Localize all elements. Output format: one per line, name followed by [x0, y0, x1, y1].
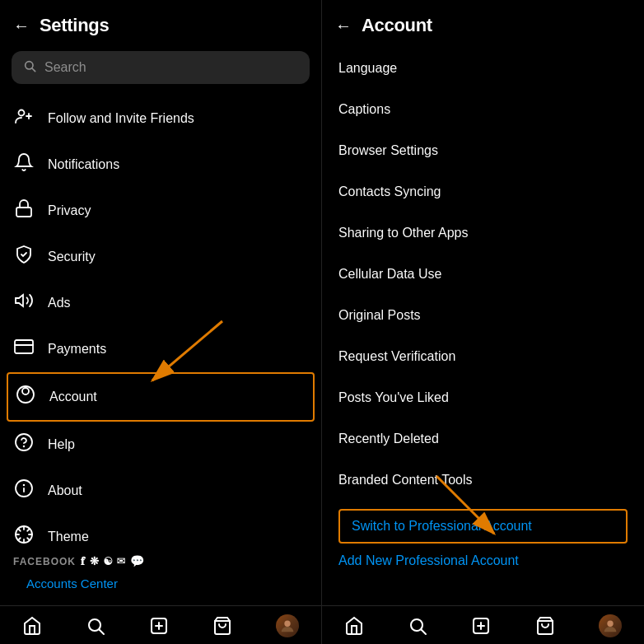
account-item-recently-deleted[interactable]: Recently Deleted: [322, 418, 644, 460]
lock-icon: [13, 198, 35, 223]
account-label-branded-content: Branded Content Tools: [338, 473, 472, 488]
menu-item-ads[interactable]: Ads: [0, 280, 321, 326]
switch-professional-button[interactable]: Switch to Professional Account: [338, 509, 628, 544]
account-item-language[interactable]: Language: [322, 48, 644, 89]
menu-label-notifications: Notifications: [48, 157, 119, 172]
svg-point-30: [608, 621, 614, 627]
menu-label-help: Help: [48, 437, 75, 452]
menu-item-privacy[interactable]: Privacy: [0, 188, 321, 234]
account-item-captions[interactable]: Captions: [322, 89, 644, 130]
svg-point-11: [16, 434, 32, 450]
back-arrow-left[interactable]: ←: [13, 16, 30, 35]
account-item-contacts[interactable]: Contacts Syncing: [322, 171, 644, 212]
menu-label-account: Account: [49, 390, 97, 404]
left-header: ← Settings: [0, 0, 321, 44]
svg-point-9: [22, 388, 29, 394]
menu-item-about[interactable]: About: [0, 468, 321, 514]
svg-line-18: [99, 630, 104, 635]
facebook-section-title: FACEBOOK 𝐟 ❋ ☯ ✉ 💬: [13, 554, 308, 568]
card-icon: [13, 337, 35, 362]
account-label-language: Language: [338, 61, 397, 76]
menu-label-follow: Follow and Invite Friends: [48, 111, 194, 126]
account-item-request-verification[interactable]: Request Verification: [322, 336, 644, 377]
menu-label-ads: Ads: [48, 296, 71, 310]
menu-label-theme: Theme: [48, 530, 89, 544]
account-item-cellular[interactable]: Cellular Data Use: [322, 254, 644, 295]
menu-label-payments: Payments: [48, 342, 106, 357]
nav-home-left[interactable]: [22, 616, 42, 636]
add-professional-link[interactable]: Add New Professional Account: [338, 544, 628, 573]
svg-point-23: [285, 621, 291, 627]
account-item-original-posts[interactable]: Original Posts: [322, 295, 644, 336]
menu-item-account[interactable]: Account: [7, 372, 315, 422]
svg-point-2: [19, 110, 25, 116]
shield-icon: [13, 245, 35, 269]
menu-item-payments[interactable]: Payments: [0, 326, 321, 372]
theme-icon: [13, 525, 35, 544]
account-menu-list: Language Captions Browser Settings Conta…: [322, 44, 644, 605]
menu-item-theme[interactable]: Theme: [0, 514, 321, 544]
account-title: Account: [362, 15, 432, 36]
back-arrow-right[interactable]: ←: [335, 16, 352, 35]
settings-menu-list: Follow and Invite Friends Notifications: [0, 92, 321, 544]
svg-rect-5: [16, 208, 31, 217]
svg-line-1: [32, 68, 35, 72]
account-label-sharing: Sharing to Other Apps: [338, 226, 468, 240]
ads-icon: [13, 291, 35, 315]
search-bar[interactable]: Search: [12, 51, 310, 84]
svg-line-25: [422, 630, 427, 635]
account-item-browser[interactable]: Browser Settings: [322, 130, 644, 171]
right-header: ← Account: [322, 0, 644, 44]
menu-item-notifications[interactable]: Notifications: [0, 142, 321, 188]
accounts-center-link[interactable]: Accounts Center: [13, 573, 308, 599]
account-label-contacts: Contacts Syncing: [338, 184, 441, 199]
nav-avatar-right[interactable]: [599, 614, 622, 637]
account-label-recently-deleted: Recently Deleted: [338, 432, 439, 446]
info-icon: [13, 478, 35, 503]
settings-title: Settings: [40, 15, 109, 36]
nav-home-right[interactable]: [344, 616, 364, 636]
account-label-original-posts: Original Posts: [338, 308, 421, 323]
account-label-posts-liked: Posts You've Liked: [338, 390, 449, 405]
nav-add-right[interactable]: [471, 616, 491, 636]
account-label-captions: Captions: [338, 102, 390, 117]
professional-section: Switch to Professional Account Add New P…: [322, 501, 644, 581]
right-bottom-nav: [322, 605, 644, 644]
facebook-section: FACEBOOK 𝐟 ❋ ☯ ✉ 💬 Accounts Center: [0, 544, 321, 605]
account-icon: [15, 385, 36, 409]
nav-add-left[interactable]: [149, 616, 169, 636]
account-item-branded-content[interactable]: Branded Content Tools: [322, 460, 644, 501]
menu-label-privacy: Privacy: [48, 203, 91, 218]
nav-shop-left[interactable]: [212, 616, 232, 636]
help-icon: [13, 432, 35, 457]
nav-search-left[interactable]: [86, 616, 105, 636]
nav-shop-right[interactable]: [535, 616, 555, 636]
account-label-browser: Browser Settings: [338, 143, 438, 158]
menu-label-about: About: [48, 483, 82, 498]
search-placeholder: Search: [44, 60, 86, 75]
nav-search-right[interactable]: [408, 616, 427, 636]
account-panel: ← Account Language Captions Browser Sett…: [322, 0, 644, 644]
menu-label-security: Security: [48, 250, 96, 264]
account-label-request-verification: Request Verification: [338, 349, 455, 364]
svg-marker-6: [16, 295, 23, 306]
account-item-sharing[interactable]: Sharing to Other Apps: [322, 212, 644, 254]
settings-panel: ← Settings Search: [0, 0, 322, 644]
nav-avatar-left[interactable]: [276, 614, 299, 637]
follow-icon: [13, 106, 35, 131]
account-label-cellular: Cellular Data Use: [338, 267, 441, 282]
menu-item-help[interactable]: Help: [0, 422, 321, 468]
svg-rect-7: [15, 340, 33, 353]
menu-item-security[interactable]: Security: [0, 234, 321, 280]
menu-item-follow[interactable]: Follow and Invite Friends: [0, 96, 321, 142]
bell-icon: [13, 152, 35, 177]
facebook-icons: 𝐟 ❋ ☯ ✉ 💬: [81, 554, 145, 568]
account-item-posts-liked[interactable]: Posts You've Liked: [322, 377, 644, 418]
left-bottom-nav: [0, 605, 321, 644]
search-icon: [23, 59, 36, 76]
